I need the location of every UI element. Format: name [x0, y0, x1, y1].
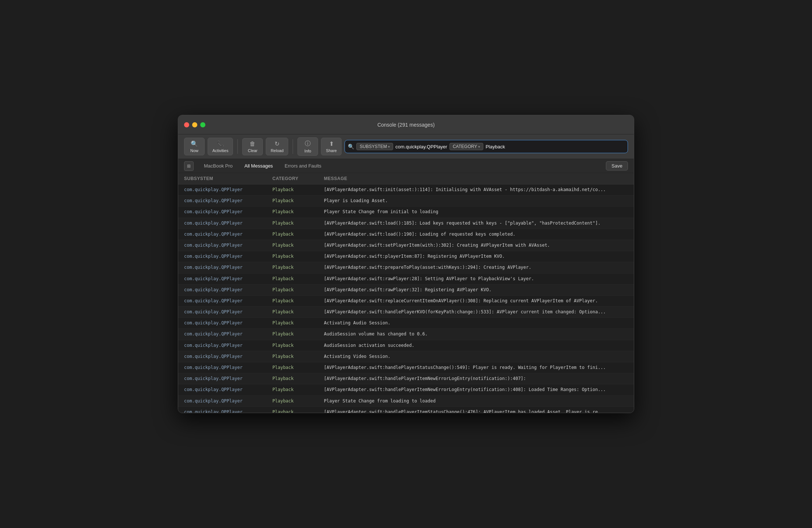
cell-message: Player State Change from initial to load…	[324, 208, 628, 216]
cell-message: [AVPlayerAdapter.swift:rawPlayer:32]: Re…	[324, 286, 628, 294]
cell-category: Playback	[272, 352, 324, 361]
table-row[interactable]: com.quickplay.QPPlayer Playback [AVPlaye…	[178, 218, 634, 229]
cell-category: Playback	[272, 286, 324, 294]
cell-message: [AVPlayerAdapter.swift:playerItem:87]: R…	[324, 252, 628, 261]
cell-message: [AVPlayerAdapter.swift:replaceCurrentIte…	[324, 297, 628, 305]
cell-subsystem: com.quickplay.QPPlayer	[184, 341, 272, 350]
cell-subsystem: com.quickplay.QPPlayer	[184, 352, 272, 361]
window-title: Console (291 messages)	[377, 122, 435, 128]
cell-subsystem: com.quickplay.QPPlayer	[184, 363, 272, 372]
cell-category: Playback	[272, 408, 324, 413]
cell-category: Playback	[272, 330, 324, 338]
reload-button[interactable]: ↻ Reload	[266, 138, 288, 155]
cell-category: Playback	[272, 319, 324, 327]
subsystem-value: com.quickplay.QPPlayer	[395, 144, 447, 149]
cell-category: Playback	[272, 363, 324, 372]
table-row[interactable]: com.quickplay.QPPlayer Playback [AVPlaye…	[178, 229, 634, 240]
table-row[interactable]: com.quickplay.QPPlayer Playback [AVPlaye…	[178, 373, 634, 384]
table-row[interactable]: com.quickplay.QPPlayer Playback [AVPlaye…	[178, 274, 634, 285]
cell-category: Playback	[272, 241, 324, 250]
maximize-button[interactable]	[200, 122, 205, 127]
info-label: Info	[304, 149, 311, 153]
table-row[interactable]: com.quickplay.QPPlayer Playback [AVPlaye…	[178, 262, 634, 273]
log-table: com.quickplay.QPPlayer Playback [AVPlaye…	[178, 184, 634, 413]
titlebar: Console (291 messages)	[178, 115, 634, 134]
search-input[interactable]	[486, 144, 625, 149]
tab-all-messages[interactable]: All Messages	[240, 161, 277, 171]
cell-subsystem: com.quickplay.QPPlayer	[184, 197, 272, 205]
activities-button[interactable]: 📞 Activities	[208, 138, 233, 155]
clear-label: Clear	[248, 148, 257, 153]
table-row[interactable]: com.quickplay.QPPlayer Playback [AVPlaye…	[178, 285, 634, 296]
close-button[interactable]	[184, 122, 189, 127]
table-row[interactable]: com.quickplay.QPPlayer Playback [AVPlaye…	[178, 240, 634, 251]
cell-category: Playback	[272, 341, 324, 350]
cell-message: [AVPlayerAdapter.swift:handlePlayerItemN…	[324, 386, 628, 394]
tab-errors-faults[interactable]: Errors and Faults	[280, 161, 326, 171]
table-row[interactable]: com.quickplay.QPPlayer Playback AudioSes…	[178, 329, 634, 340]
cell-category: Playback	[272, 219, 324, 228]
table-row[interactable]: com.quickplay.QPPlayer Playback [AVPlaye…	[178, 184, 634, 196]
cell-subsystem: com.quickplay.QPPlayer	[184, 252, 272, 261]
subsystem-filter[interactable]: SUBSYSTEM ▾	[356, 143, 393, 150]
cell-category: Playback	[272, 230, 324, 239]
category-filter[interactable]: CATEGORY ▾	[449, 143, 483, 150]
activities-icon: 📞	[217, 140, 224, 147]
cell-subsystem: com.quickplay.QPPlayer	[184, 297, 272, 305]
cell-message: AudioSession activation succeeded.	[324, 341, 628, 350]
cell-category: Playback	[272, 275, 324, 283]
save-button[interactable]: Save	[606, 161, 628, 170]
now-label: Now	[190, 148, 198, 153]
cell-subsystem: com.quickplay.QPPlayer	[184, 230, 272, 239]
table-row[interactable]: com.quickplay.QPPlayer Playback [AVPlaye…	[178, 296, 634, 307]
cell-subsystem: com.quickplay.QPPlayer	[184, 208, 272, 216]
share-icon: ⬆	[329, 140, 334, 147]
cell-subsystem: com.quickplay.QPPlayer	[184, 219, 272, 228]
category-filter-label: CATEGORY	[453, 144, 477, 149]
cell-subsystem: com.quickplay.QPPlayer	[184, 330, 272, 338]
cell-message: [AVPlayerAdapter.swift:prepareToPlay(ass…	[324, 263, 628, 272]
cell-message: [AVPlayerAdapter.swift:init(asset:):114]…	[324, 186, 628, 194]
reload-icon: ↻	[275, 140, 279, 147]
grid-view-button[interactable]: ⊞	[184, 161, 194, 171]
toolbar: 🔍 Now 📞 Activities 🗑 Clear ↻ Reload ⓘ In…	[178, 134, 634, 159]
share-button[interactable]: ⬆ Share	[321, 138, 342, 155]
cell-category: Playback	[272, 263, 324, 272]
cell-category: Playback	[272, 186, 324, 194]
table-row[interactable]: com.quickplay.QPPlayer Playback [AVPlaye…	[178, 407, 634, 413]
now-button[interactable]: 🔍 Now	[184, 138, 205, 155]
tab-device[interactable]: MacBook Pro	[200, 161, 237, 171]
table-row[interactable]: com.quickplay.QPPlayer Playback Player S…	[178, 396, 634, 407]
table-row[interactable]: com.quickplay.QPPlayer Playback AudioSes…	[178, 340, 634, 351]
cell-message: [AVPlayerAdapter.swift:handlePlayerKVO(f…	[324, 308, 628, 316]
cell-subsystem: com.quickplay.QPPlayer	[184, 386, 272, 394]
cell-category: Playback	[272, 297, 324, 305]
cell-message: [AVPlayerAdapter.swift:handlePlayerStatu…	[324, 363, 628, 372]
table-row[interactable]: com.quickplay.QPPlayer Playback [AVPlaye…	[178, 307, 634, 318]
cell-message: [AVPlayerAdapter.swift:handlePlayerItemS…	[324, 408, 628, 413]
cell-message: Activating Audio Session.	[324, 319, 628, 327]
cell-subsystem: com.quickplay.QPPlayer	[184, 286, 272, 294]
cell-subsystem: com.quickplay.QPPlayer	[184, 263, 272, 272]
cell-message: [AVPlayerAdapter.swift:setPlayerItem(wit…	[324, 241, 628, 250]
cell-message: AudioSession volume has changed to 0.6.	[324, 330, 628, 338]
clear-button[interactable]: 🗑 Clear	[242, 138, 263, 155]
activities-label: Activities	[212, 148, 228, 153]
console-window: Console (291 messages) 🔍 Now 📞 Activitie…	[178, 115, 634, 413]
table-row[interactable]: com.quickplay.QPPlayer Playback Player S…	[178, 207, 634, 218]
table-row[interactable]: com.quickplay.QPPlayer Playback [AVPlaye…	[178, 251, 634, 262]
info-button[interactable]: ⓘ Info	[297, 137, 318, 156]
cell-category: Playback	[272, 208, 324, 216]
table-row[interactable]: com.quickplay.QPPlayer Playback Activati…	[178, 351, 634, 362]
table-row[interactable]: com.quickplay.QPPlayer Playback [AVPlaye…	[178, 362, 634, 373]
table-row[interactable]: com.quickplay.QPPlayer Playback [AVPlaye…	[178, 384, 634, 395]
info-icon: ⓘ	[305, 140, 311, 148]
cell-subsystem: com.quickplay.QPPlayer	[184, 408, 272, 413]
table-row[interactable]: com.quickplay.QPPlayer Playback Activati…	[178, 318, 634, 329]
col-header-category: Category	[272, 175, 324, 183]
minimize-button[interactable]	[192, 122, 197, 127]
traffic-lights	[184, 122, 205, 127]
category-chevron-icon: ▾	[478, 145, 480, 149]
cell-subsystem: com.quickplay.QPPlayer	[184, 308, 272, 316]
table-row[interactable]: com.quickplay.QPPlayer Playback Player i…	[178, 196, 634, 207]
